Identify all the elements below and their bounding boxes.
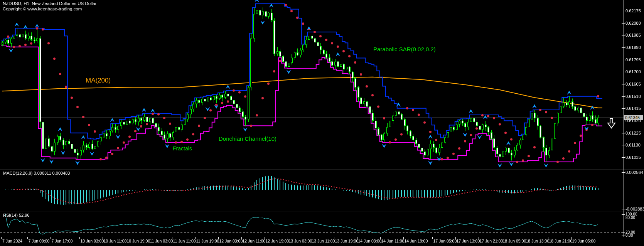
- time-axis-label: 12 Jun 03:00: [219, 239, 243, 243]
- time-axis-label: 14 Jun 19:00: [405, 239, 428, 243]
- time-axis-label: 7 Jun 09:00: [29, 239, 50, 243]
- donchian-channel-label: Donchian Channel(10): [219, 135, 276, 142]
- price-axis-label: 0.61795: [625, 57, 641, 62]
- time-axis-label: 18 Jun 21:00: [549, 239, 573, 243]
- time-axis-label: 13 Jun 03:00: [289, 239, 312, 243]
- price-axis-label: 0.62175: [625, 8, 641, 13]
- price-axis-label: 0.61415: [625, 106, 641, 111]
- time-axis-label: 17 Jun 05:00: [433, 239, 457, 243]
- chart-title: NZDUSD, H1: New Zealand Dollar vs US Dol…: [3, 1, 96, 6]
- time-axis-label: 14 Jun 11:00: [381, 239, 405, 243]
- time-axis-label: 11 Jun 19:00: [196, 239, 219, 243]
- price-axis-label: 0.61035: [625, 155, 641, 160]
- time-axis-label: 17 Jun 13:00: [457, 239, 480, 243]
- down-arrow-icon[interactable]: [607, 118, 617, 131]
- time-axis-label: 17 Jun 21:00: [480, 239, 503, 243]
- time-axis-label: 7 Jun 2024: [2, 239, 22, 243]
- time-axis-label: 11 Jun 11:00: [173, 239, 196, 243]
- price-axis-label: 0.61130: [625, 143, 641, 147]
- macd-panel[interactable]: [0, 170, 644, 211]
- time-axis-label: 10 Jun 11:00: [104, 239, 127, 243]
- time-axis-label: 12 Jun 19:00: [266, 239, 289, 243]
- macd-indicator-label: MACD(12,26,9) 0.000311 0.000483: [3, 171, 70, 175]
- parabolic-sar-label: Parabolic SAR(0.02,0.2): [373, 46, 436, 52]
- time-axis-label: 18 Jun 13:00: [526, 239, 550, 243]
- time-axis-label: 14 Jun 03:00: [358, 239, 382, 243]
- price-axis-label: 0.61225: [625, 131, 641, 135]
- price-axis-label: 0.61605: [625, 82, 641, 86]
- rsi-indicator-label: RSI(14) 52.96: [3, 213, 29, 217]
- chart-copyright: Copyright © www.keenbase-trading.com: [3, 7, 82, 11]
- macd-axis-label: 0.002564: [625, 170, 643, 175]
- time-axis-label: 10 Jun 03:00: [81, 239, 104, 243]
- time-axis-label: 10 Jun 19:00: [127, 239, 150, 243]
- main-chart-panel[interactable]: [0, 0, 644, 169]
- macd-axis-label: -0.002883: [625, 207, 644, 211]
- price-axis-label: 0.61890: [625, 45, 641, 50]
- time-axis-label: 12 Jun 11:00: [243, 239, 266, 243]
- price-axis-label: 0.61985: [625, 33, 641, 37]
- current-price-badge: 0.61345: [624, 115, 643, 120]
- time-axis-label: 7 Jun 17:00: [52, 239, 73, 243]
- price-axis-label: 0.62080: [625, 21, 641, 25]
- rsi-axis-label: 0.00: [625, 233, 633, 238]
- time-axis-label: 13 Jun 19:00: [335, 239, 359, 243]
- fractals-label: Fractals: [173, 145, 192, 152]
- price-axis-label: 0.61510: [625, 94, 641, 99]
- time-axis-label: 11 Jun 03:00: [150, 239, 173, 243]
- price-axis-label: 0.61700: [625, 69, 641, 74]
- time-axis-label: 18 Jun 05:00: [503, 239, 526, 243]
- rsi-panel[interactable]: [0, 212, 644, 237]
- ma200-label: MA(200): [86, 77, 111, 84]
- rsi-axis-label: 80.00: [625, 216, 635, 220]
- time-axis-label: 19 Jun 05:00: [572, 239, 596, 243]
- time-axis-label: 13 Jun 11:00: [312, 239, 335, 243]
- trading-chart-window: NZDUSD, H1: New Zealand Dollar vs US Dol…: [0, 0, 644, 246]
